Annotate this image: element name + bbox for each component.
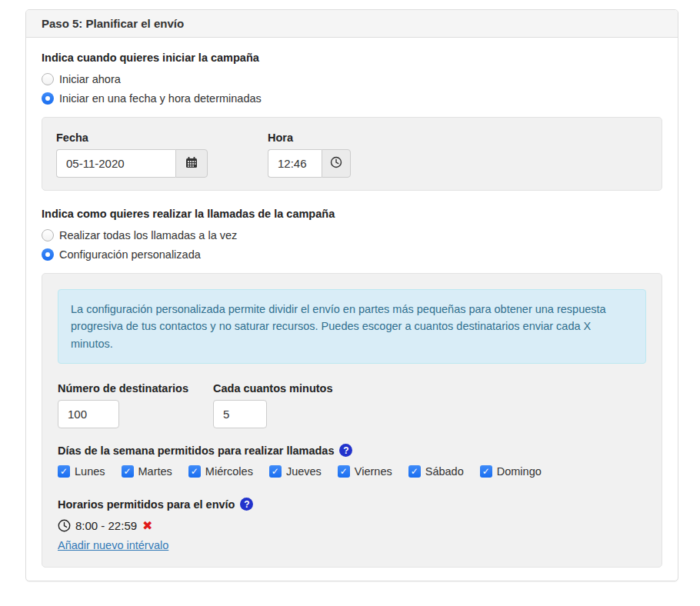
checkbox-icon[interactable]	[338, 465, 350, 478]
checkbox-icon[interactable]	[122, 465, 134, 478]
checkbox-sabado[interactable]: Sábado	[408, 465, 464, 478]
mode-section-title: Indica como quieres realizar la llamadas…	[42, 208, 662, 220]
clock-icon	[58, 519, 71, 532]
delete-interval-icon[interactable]: ✖	[142, 520, 152, 532]
schedule-label: Horarios permitidos para el envío	[58, 498, 235, 511]
radio-label: Iniciar en una fecha y hora determinadas	[59, 92, 262, 105]
radio-label: Configuración personalizada	[59, 248, 201, 261]
checkbox-icon[interactable]	[58, 465, 70, 478]
recipients-label: Número de destinatarios	[58, 382, 213, 395]
checkbox-label: Lunes	[75, 465, 105, 478]
minutes-group: Cada cuantos minutos	[213, 382, 333, 428]
panel-title: Paso 5: Planificar el envío	[26, 10, 678, 38]
checkbox-label: Domingo	[497, 465, 542, 478]
radio-label: Iniciar ahora	[59, 73, 121, 85]
radio-iniciar-fecha-hora[interactable]: Iniciar en una fecha y hora determinadas	[42, 92, 662, 105]
add-interval-link[interactable]: Añadir nuevo intérvalo	[58, 539, 168, 551]
checkbox-label: Martes	[138, 465, 172, 478]
checkbox-icon[interactable]	[480, 465, 492, 478]
start-section-title: Indica cuando quieres iniciar la campaña	[42, 52, 662, 64]
days-label: Días de la semana permitidos para realiz…	[58, 445, 334, 457]
radio-iniciar-ahora[interactable]: Iniciar ahora	[42, 73, 662, 85]
minutes-input[interactable]	[213, 400, 267, 428]
checkbox-label: Jueves	[286, 465, 322, 478]
hora-label: Hora	[268, 132, 351, 144]
checkbox-martes[interactable]: Martes	[122, 465, 172, 478]
recipients-group: Número de destinatarios	[58, 382, 213, 428]
radio-todas-las-llamadas[interactable]: Realizar todas los llamadas a la vez	[42, 229, 662, 241]
calendar-icon	[185, 156, 198, 171]
radio-configuracion-personalizada[interactable]: Configuración personalizada	[42, 248, 662, 261]
checkbox-domingo[interactable]: Domingo	[480, 465, 542, 478]
datetime-well: Fecha	[42, 117, 662, 191]
calendar-picker-button[interactable]	[175, 149, 208, 178]
minutes-label: Cada cuantos minutos	[213, 382, 333, 395]
checkbox-viernes[interactable]: Viernes	[338, 465, 392, 478]
radio-icon[interactable]	[42, 92, 54, 105]
days-checkbox-row: Lunes Martes Miércoles Jueves	[58, 465, 646, 478]
radio-label: Realizar todas los llamadas a la vez	[59, 229, 237, 241]
time-picker-button[interactable]	[322, 149, 351, 178]
clock-icon	[330, 156, 342, 171]
custom-config-well: La configuración personalizada permite d…	[42, 273, 662, 568]
recipients-input[interactable]	[58, 400, 119, 428]
info-alert: La configuración personalizada permite d…	[58, 289, 646, 364]
radio-icon[interactable]	[42, 229, 54, 241]
fecha-input[interactable]	[56, 149, 175, 178]
checkbox-icon[interactable]	[188, 465, 201, 478]
checkbox-icon[interactable]	[269, 465, 282, 478]
page: Paso 5: Planificar el envío Indica cuand…	[0, 0, 700, 606]
checkbox-label: Viernes	[355, 465, 392, 478]
step5-panel: Paso 5: Planificar el envío Indica cuand…	[25, 9, 678, 581]
schedule-help-icon[interactable]: ?	[240, 498, 253, 511]
checkbox-icon[interactable]	[408, 465, 421, 478]
fecha-label: Fecha	[56, 132, 208, 144]
panel-body: Indica cuando quieres iniciar la campaña…	[26, 38, 678, 583]
checkbox-jueves[interactable]: Jueves	[269, 465, 322, 478]
time-interval-row: 8:00 - 22:59 ✖	[58, 519, 646, 532]
checkbox-miercoles[interactable]: Miércoles	[188, 465, 253, 478]
checkbox-lunes[interactable]: Lunes	[58, 465, 105, 478]
hora-group: Hora	[268, 132, 351, 178]
radio-icon[interactable]	[42, 248, 54, 261]
hora-input[interactable]	[268, 149, 322, 178]
checkbox-label: Miércoles	[205, 465, 253, 478]
interval-value: 8:00 - 22:59	[75, 519, 137, 532]
days-help-icon[interactable]: ?	[339, 444, 352, 457]
checkbox-label: Sábado	[425, 465, 464, 478]
radio-icon[interactable]	[42, 73, 54, 85]
fecha-group: Fecha	[56, 132, 208, 178]
